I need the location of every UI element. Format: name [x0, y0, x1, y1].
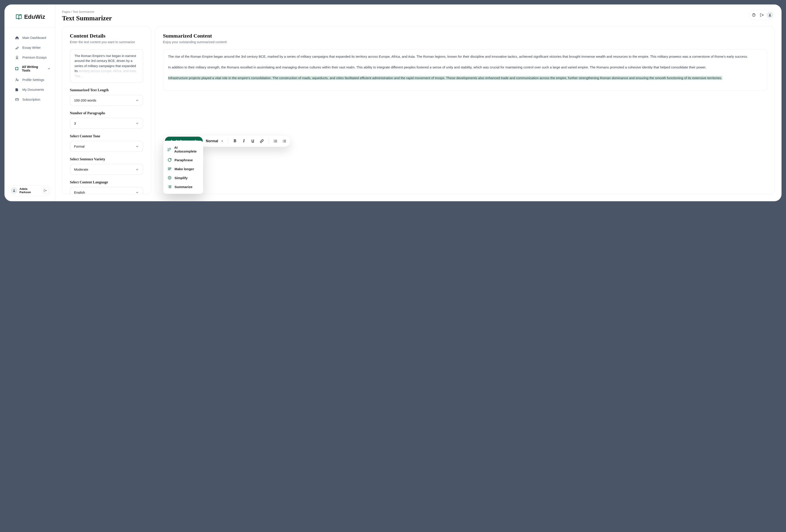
svg-rect-1	[16, 67, 18, 70]
tone-label: Select Content Tone	[70, 134, 143, 138]
content-details-subtitle: Enter the text content you want to summa…	[70, 40, 143, 44]
bold-button[interactable]: B	[231, 138, 238, 145]
summarized-subtitle: Enjoy your outstanding summarized conten…	[163, 40, 767, 44]
dropdown-item-autocomplete[interactable]: AI Autocomplete	[165, 143, 202, 155]
sidebar: EduWiz Main Dashboard Essay Writer Premi…	[4, 4, 55, 201]
heading-select[interactable]: Normal	[205, 139, 225, 143]
variety-label: Select Sentence Variety	[70, 157, 143, 161]
ordered-list-button[interactable]: 123	[272, 138, 279, 145]
nav-label: Premium Essays	[22, 56, 47, 59]
chevron-down-icon	[47, 67, 51, 70]
content-details-card: Content Details Enter the text content y…	[62, 26, 151, 194]
highlighted-text: Infrastructure projects played a vital r…	[168, 76, 722, 80]
unordered-list-button[interactable]	[281, 138, 288, 145]
brand-icon	[16, 14, 22, 20]
dropdown-label: Paraphrase	[175, 158, 193, 162]
output-paragraph-3: Infrastructure projects played a vital r…	[168, 75, 762, 81]
tone-select[interactable]: Formal	[70, 141, 143, 152]
dropdown-label: Simplify	[175, 176, 187, 180]
content-details-title: Content Details	[70, 33, 143, 39]
source-text-input[interactable]: The Roman Empire's rise began in earnest…	[70, 49, 143, 83]
svg-point-35	[168, 188, 168, 188]
variety-select[interactable]: Moderate	[70, 164, 143, 175]
nav-item-profile-settings[interactable]: Profile Settings	[4, 75, 55, 85]
chevron-down-icon	[135, 168, 139, 171]
nav-item-dashboard[interactable]: Main Dashboard	[4, 33, 55, 43]
svg-point-21	[283, 140, 283, 140]
breadcrumb: Pages / Text Summarizer	[62, 10, 112, 14]
main-header: Pages / Text Summarizer Text Summarizer	[62, 10, 775, 22]
card-icon	[15, 97, 19, 102]
svg-point-11	[769, 14, 770, 15]
chevron-down-icon	[135, 122, 139, 125]
dropdown-item-paraphrase[interactable]: Paraphrase	[165, 155, 202, 164]
list-icon	[167, 185, 172, 189]
nav-label: Main Dashboard	[22, 36, 46, 40]
nav-item-essay-writer[interactable]: Essay Writer	[4, 43, 55, 52]
refresh-icon	[167, 158, 172, 162]
dropdown-label: AI Autocomplete	[174, 146, 199, 153]
source-text-fade: territory across Europe, Africa, and Asi…	[74, 69, 137, 78]
nav-item-premium-essays[interactable]: Premium Essays	[4, 52, 55, 63]
nav-label: All Writing Tools	[22, 65, 44, 72]
chevron-down-icon	[135, 99, 139, 102]
dropdown-item-make-longer[interactable]: Make longer	[165, 164, 202, 173]
app-window: EduWiz Main Dashboard Essay Writer Premi…	[4, 4, 782, 201]
award-icon	[15, 55, 19, 60]
dropdown-label: Make longer	[175, 167, 194, 171]
main: Pages / Text Summarizer Text Summarizer …	[55, 4, 782, 201]
pen-icon	[15, 45, 19, 50]
tone-value: Formal	[74, 144, 85, 148]
svg-text:3: 3	[274, 141, 274, 143]
lines-icon	[167, 167, 172, 171]
paragraphs-label: Number of Paragraphs	[70, 111, 143, 115]
documents-icon	[15, 88, 19, 92]
help-button[interactable]	[750, 11, 757, 18]
svg-point-0	[16, 56, 18, 58]
underline-button[interactable]: U	[249, 138, 256, 145]
user-avatar-icon	[11, 187, 17, 194]
wand-icon	[167, 147, 171, 152]
svg-point-29	[170, 177, 170, 177]
output-paragraph-1: The rise of the Roman Empire began aroun…	[168, 54, 762, 59]
separator	[228, 138, 228, 144]
chevron-down-icon	[135, 191, 139, 194]
brand: EduWiz	[4, 4, 55, 27]
language-select[interactable]: English	[70, 187, 143, 194]
profile-avatar-button[interactable]	[766, 11, 773, 18]
columns: Content Details Enter the text content y…	[62, 26, 775, 194]
home-icon	[15, 35, 19, 40]
italic-button[interactable]: I	[240, 138, 248, 145]
nav-item-my-documents[interactable]: My Documents	[4, 85, 55, 95]
header-actions	[749, 10, 775, 20]
svg-point-3	[18, 80, 18, 80]
svg-point-34	[168, 187, 168, 187]
paragraphs-select[interactable]: 3	[70, 118, 143, 129]
svg-point-23	[283, 142, 283, 142]
nav-item-subscription[interactable]: Subscription	[4, 95, 55, 104]
nav-label: Profile Settings	[22, 78, 44, 81]
exit-button[interactable]	[759, 11, 765, 18]
svg-rect-4	[16, 99, 19, 101]
summarized-title: Summarized Content	[163, 33, 767, 39]
variety-value: Moderate	[74, 168, 88, 171]
svg-point-22	[283, 141, 283, 141]
output-text[interactable]: The rise of the Roman Empire began aroun…	[163, 49, 767, 91]
language-value: English	[74, 191, 85, 194]
nav-label: Essay Writer	[22, 46, 41, 49]
tools-icon	[15, 67, 19, 71]
link-button[interactable]	[258, 138, 265, 145]
dropdown-label: Summarize	[175, 185, 192, 189]
dropdown-item-summarize[interactable]: Summarize	[165, 182, 202, 191]
nav-item-writing-tools[interactable]: All Writing Tools	[4, 63, 55, 75]
sort-icon	[221, 139, 224, 143]
heading-value: Normal	[206, 139, 218, 143]
length-select[interactable]: 100-200 words	[70, 95, 143, 106]
nav-label: My Documents	[22, 88, 44, 92]
summarized-content-card: Summarized Content Enjoy your outstandin…	[155, 26, 775, 194]
paragraphs-value: 3	[74, 121, 76, 125]
logout-button[interactable]	[42, 187, 49, 194]
svg-point-33	[168, 186, 168, 186]
brand-text: EduWiz	[24, 14, 45, 20]
dropdown-item-simplify[interactable]: Simplify	[165, 173, 202, 182]
